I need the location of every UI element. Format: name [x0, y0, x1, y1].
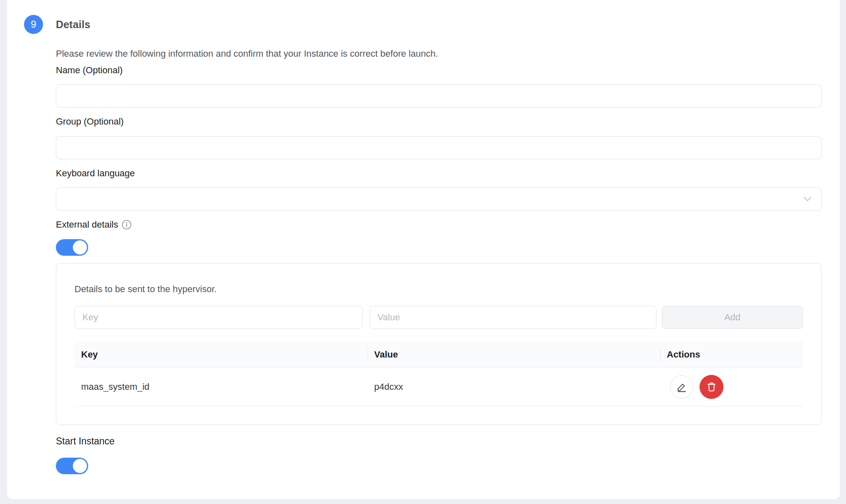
name-input[interactable]: [56, 84, 822, 108]
column-separator: [368, 348, 368, 362]
keyboard-language-select[interactable]: [56, 187, 822, 211]
trash-icon: [706, 381, 717, 393]
details-step-content: 9 Details Please review the following in…: [56, 10, 822, 474]
step-number-badge: 9: [24, 15, 43, 34]
key-input[interactable]: [75, 306, 363, 329]
row-actions-cell: [660, 375, 803, 399]
value-input[interactable]: [370, 306, 656, 329]
edit-pencil-icon: [676, 381, 687, 393]
intro-text: Please review the following information …: [56, 48, 822, 60]
page-title: Details: [56, 15, 822, 34]
key-value-table: Key Value Actions maas_system_id p4dcxx: [75, 342, 803, 406]
toggle-knob: [73, 240, 87, 254]
name-label: Name (Optional): [56, 65, 822, 76]
panel-description: Details to be sent to the hypervisor.: [75, 283, 803, 295]
key-value-entry-row: Add: [75, 306, 803, 329]
edit-button[interactable]: [670, 375, 693, 398]
toggle-knob: [73, 459, 87, 473]
table-header-value: Value: [368, 342, 660, 367]
table-header-actions: Actions: [660, 342, 803, 367]
info-circle-icon[interactable]: [121, 219, 132, 230]
group-input[interactable]: [56, 136, 822, 159]
delete-button[interactable]: [699, 375, 723, 399]
external-details-label: External details: [56, 219, 118, 230]
row-value-cell: p4dcxx: [368, 382, 660, 392]
add-button[interactable]: Add: [662, 306, 803, 329]
row-key-cell: maas_system_id: [75, 382, 368, 392]
start-instance-toggle[interactable]: [56, 458, 88, 474]
column-separator: [660, 348, 661, 362]
table-header-key: Key: [75, 342, 368, 367]
table-header-value-label: Value: [374, 349, 398, 360]
keyboard-language-label: Keyboard language: [56, 168, 822, 179]
chevron-down-icon: [801, 193, 814, 205]
step-number: 9: [31, 19, 36, 30]
step-header: 9 Details: [56, 15, 822, 34]
group-label: Group (Optional): [56, 116, 822, 127]
external-details-panel: Details to be sent to the hypervisor. Ad…: [56, 263, 822, 425]
external-details-toggle[interactable]: [56, 239, 88, 256]
external-details-row: External details: [56, 219, 822, 230]
start-instance-label: Start Instance: [56, 435, 822, 447]
table-header-row: Key Value Actions: [75, 342, 803, 367]
table-header-actions-label: Actions: [667, 349, 700, 360]
table-row: maas_system_id p4dcxx: [75, 367, 803, 406]
